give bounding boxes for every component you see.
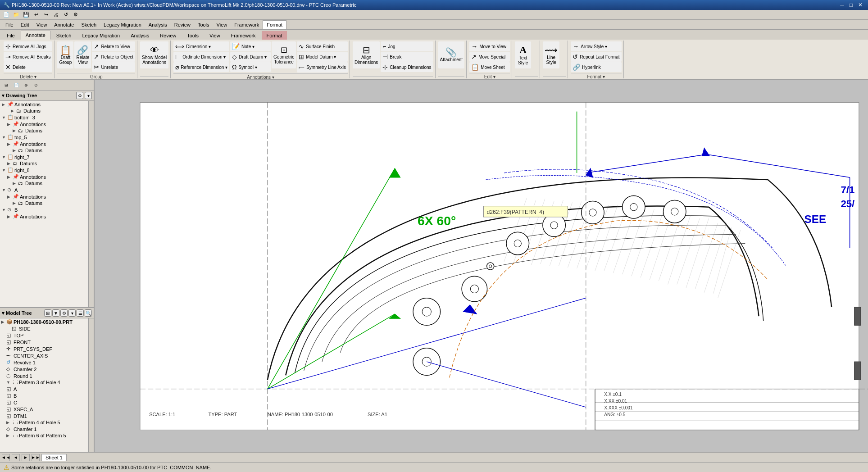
model-chamfer1[interactable]: ◇ Chamfer 1 — [0, 426, 88, 432]
cleanup-dims-button[interactable]: ⊹ Cleanup Dimensions — [381, 62, 433, 72]
tree-bottom3[interactable]: ▼ 📋 bottom_3 — [0, 114, 88, 121]
model-chamfer2[interactable]: ◇ Chamfer 2 — [0, 366, 88, 372]
model-datum-button[interactable]: ⊞ Model Datum ▾ — [297, 52, 348, 62]
repeat-last-format-button[interactable]: ↺ Repeat Last Format — [571, 52, 621, 62]
model-prt[interactable]: ▶ 📦 PH180-1300-0510-00.PRT — [0, 318, 88, 325]
nav-next-button[interactable]: ► — [22, 454, 30, 461]
relate-to-object-button[interactable]: ↗ Relate to Object — [92, 52, 135, 62]
model-prt-csys[interactable]: ✛ PRT_CSYS_DEF — [0, 345, 88, 352]
tree-datums-3[interactable]: ▶ 🗂 Datums — [0, 147, 88, 154]
symmetry-line-button[interactable]: ⟝ Symmetry Line Axis — [297, 62, 348, 73]
text-style-button[interactable]: A TextStyle — [515, 41, 531, 68]
model-dtm1[interactable]: ◱ DTM1 — [0, 413, 88, 419]
tree-A[interactable]: ▼ ⊙ A — [0, 186, 88, 193]
model-tree-filter[interactable]: ☰ — [77, 309, 84, 317]
line-style-button[interactable]: ⟿ LineStyle — [543, 41, 559, 68]
tab-annotate[interactable]: Annotate — [21, 31, 50, 40]
tab-review[interactable]: Review — [155, 31, 181, 40]
tree-right8[interactable]: ▼ 📋 right_8 — [0, 167, 88, 173]
attachment-button[interactable]: 📎 Attachment — [438, 41, 465, 68]
model-tree-icon2[interactable]: ▼ — [52, 309, 59, 317]
tab-view[interactable]: View — [205, 31, 225, 40]
redo-button[interactable]: ↪ — [41, 11, 50, 19]
left-toolbar-btn3[interactable]: ⊗ — [22, 81, 31, 89]
canvas-area[interactable]: 🔍 ⊕ ⊖ ⊞ ◰ ↗ ⊡ ↺ ⊟ ✱ SCALE: 1:1 TYPE: — [95, 80, 868, 452]
open-button[interactable]: 📁 — [12, 11, 21, 19]
nav-prev-button[interactable]: ◄ — [12, 454, 20, 461]
tree-annotations-3[interactable]: ▶ 📌 Annotations — [0, 141, 88, 147]
note-button[interactable]: 📝 Note ▾ — [230, 41, 271, 51]
menu-view2[interactable]: View — [213, 20, 231, 29]
model-side[interactable]: ◱ SIDE — [0, 325, 88, 332]
tree-annotations-4[interactable]: ▶ 📌 Annotations — [0, 173, 88, 180]
menu-analysis[interactable]: Analysis — [145, 20, 171, 29]
draft-group-button[interactable]: 📋 DraftGroup — [57, 41, 73, 68]
close-button[interactable]: ✕ — [856, 2, 864, 8]
tree-datums-4[interactable]: ▶ 🗂 Datums — [0, 160, 88, 167]
tree-datums-5[interactable]: ▶ 🗂 Datums — [0, 180, 88, 186]
tree-datums-1[interactable]: ▶ 🗂 Datums — [0, 108, 88, 114]
relate-view-button[interactable]: 🔗 RelateView — [74, 41, 91, 68]
model-tree-expand[interactable]: ▾ — [68, 309, 76, 317]
tree-top5[interactable]: ▼ 📋 top_5 — [0, 134, 88, 141]
menu-file[interactable]: File — [2, 20, 17, 29]
menu-review[interactable]: Review — [171, 20, 194, 29]
model-pattern3[interactable]: ▼ ⋮⋮ Pattern 3 of Hole 4 — [0, 379, 88, 386]
model-front[interactable]: ◱ FRONT — [0, 339, 88, 345]
unrelate-button[interactable]: ✂ Unrelate — [92, 62, 135, 72]
tab-file[interactable]: File — [2, 31, 20, 40]
left-toolbar-btn2[interactable]: 📄 — [12, 81, 21, 89]
settings-button[interactable]: ⚙ — [71, 11, 80, 19]
tree-datums-2[interactable]: ▶ 🗂 Datums — [0, 127, 88, 134]
tree-B[interactable]: ▼ ⊙ B — [0, 206, 88, 213]
drawing-tree-settings[interactable]: ⚙ — [76, 92, 83, 99]
menu-sketch[interactable]: Sketch — [77, 20, 100, 29]
geometric-tolerance-button[interactable]: ⊡ GeometricTolerance — [272, 41, 296, 68]
model-round1[interactable]: ◌ Round 1 — [0, 372, 88, 379]
break-button[interactable]: ⊣ Break — [381, 52, 433, 62]
symbol-button[interactable]: Ω Symbol ▾ — [230, 62, 271, 72]
drawing-tree-scrollbar[interactable] — [88, 101, 94, 307]
maximize-button[interactable]: □ — [848, 2, 854, 8]
left-toolbar-btn1[interactable]: ⊞ — [2, 81, 11, 89]
regen-button[interactable]: ↺ — [61, 11, 70, 19]
new-button[interactable]: 📄 — [2, 11, 11, 19]
jog-button[interactable]: ⌐ Jog — [381, 41, 433, 51]
model-pattern4[interactable]: ▶ ⋮⋮ Pattern 4 of Hole 5 — [0, 419, 88, 426]
menu-format[interactable]: Format — [263, 20, 286, 29]
ordinate-dim-button[interactable]: ⊢ Ordinate Dimension ▾ — [173, 52, 229, 62]
model-top[interactable]: ◱ TOP — [0, 332, 88, 339]
reference-dim-button[interactable]: ⌀ Reference Dimension ▾ — [173, 62, 229, 72]
show-model-annotations-button[interactable]: 👁 Show ModelAnnotations — [140, 41, 168, 68]
model-tree-icon1[interactable]: ⊞ — [44, 309, 51, 317]
tree-right7[interactable]: ▼ 📋 right_7 — [0, 154, 88, 160]
move-to-sheet-button[interactable]: 📋 Move Sheet — [469, 62, 510, 72]
move-to-view-button[interactable]: → Move to View — [469, 41, 510, 51]
delete-button[interactable]: ✕ Delete — [4, 62, 52, 72]
model-pattern6[interactable]: ▶ ⋮⋮ Pattern 6 of Pattern 5 — [0, 432, 88, 439]
hyperlink-button[interactable]: 🔗 Hyperlink — [571, 62, 621, 72]
menu-annotate[interactable]: Annotate — [50, 20, 77, 29]
remove-all-jogs-button[interactable]: ⊹ Remove All Jogs — [4, 41, 52, 51]
tree-annotations-5[interactable]: ▶ 📌 Annotations — [0, 193, 88, 200]
tab-legacy[interactable]: Legacy Migration — [77, 31, 125, 40]
drawing-tree-expand[interactable]: ▾ — [85, 92, 92, 99]
surface-finish-button[interactable]: ∿ Surface Finish — [297, 41, 348, 51]
model-tree-search[interactable]: 🔍 — [85, 309, 92, 317]
minimize-button[interactable]: ─ — [838, 2, 846, 8]
model-revolve1[interactable]: ↺ Revolve 1 — [0, 359, 88, 366]
tree-datums-6[interactable]: ▶ 🗂 Datums — [0, 200, 88, 206]
model-tree-scrollbar[interactable] — [88, 318, 94, 452]
menu-tools[interactable]: Tools — [194, 20, 213, 29]
undo-button[interactable]: ↩ — [32, 11, 41, 19]
menu-legacy[interactable]: Legacy Migration — [100, 20, 145, 29]
model-c[interactable]: ◱ C — [0, 399, 88, 406]
model-center-axis[interactable]: ⊸ CENTER_AXIS — [0, 352, 88, 359]
tree-annotations-6[interactable]: ▶ 📌 Annotations — [0, 213, 88, 220]
move-special-button[interactable]: ↗ Move Special — [469, 52, 510, 62]
model-b[interactable]: ◱ B — [0, 392, 88, 399]
menu-view[interactable]: View — [33, 20, 51, 29]
nav-last-button[interactable]: ►► — [32, 454, 40, 461]
dimension-button[interactable]: ⟺ Dimension ▾ — [173, 41, 229, 51]
tab-framework[interactable]: Framework — [226, 31, 261, 40]
